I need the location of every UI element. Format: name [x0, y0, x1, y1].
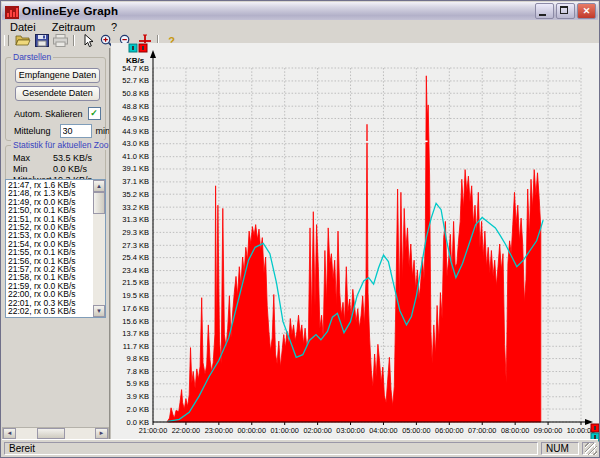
close-button[interactable]: ✕	[577, 3, 596, 19]
scroll-up-button[interactable]: ▲	[93, 180, 105, 192]
num-lock-indicator: NUM	[541, 442, 579, 455]
y-tick-label: 25.4 KB	[122, 253, 149, 262]
x-tick-label: 22:00:00	[172, 426, 200, 435]
scroll-down-button[interactable]: ▼	[93, 305, 105, 317]
x-tick-label: 02:00:00	[303, 426, 331, 435]
menu-datei[interactable]: Datei	[2, 21, 44, 33]
app-icon	[5, 5, 19, 18]
y-tick-label: 46.9 KB	[122, 114, 149, 123]
autoscale-row: Autom. Skalieren ✓	[14, 107, 104, 120]
floppy-disk-icon	[35, 34, 49, 47]
y-tick-label: 41.0 KB	[122, 152, 149, 161]
chart-panel: 0.0 KB2.0 KB3.9 KB5.9 KB7.8 KB9.8 KB11.7…	[111, 43, 600, 442]
title-bar[interactable]: OnlineEye Graph ✕	[2, 2, 598, 20]
y-tick-label: 52.7 KB	[122, 76, 149, 85]
y-tick-label: 19.5 KB	[122, 291, 149, 300]
averaging-label: Mittelung	[14, 126, 51, 136]
status-message: Bereit	[4, 442, 538, 455]
log-entry[interactable]: 22:02, rx 0.5 KB/s	[8, 307, 92, 315]
y-tick-label: 7.8 KB	[126, 367, 149, 376]
status-bar: Bereit NUM	[2, 439, 598, 456]
x-tick-label: 00:00:00	[238, 426, 266, 435]
received-data-area	[168, 76, 541, 422]
y-tick-label: 15.6 KB	[122, 317, 149, 326]
stat-value: 53.5 KB/s	[53, 153, 92, 163]
cursor-arrow-icon	[82, 34, 94, 48]
y-tick-label: 31.3 KB	[122, 215, 149, 224]
autoscale-checkbox[interactable]: ✓	[88, 107, 101, 120]
open-folder-icon	[15, 34, 31, 47]
select-cursor-button[interactable]	[78, 34, 97, 48]
traffic-log-list[interactable]: 21:47, rx 1.6 KB/s21:48, rx 1.3 KB/s21:4…	[5, 179, 106, 318]
y-tick-label: 43.0 KB	[122, 139, 149, 148]
stat-value: 0.0 KB/s	[53, 164, 87, 174]
x-tick-label: 07:00:00	[468, 426, 496, 435]
maximize-icon	[560, 6, 568, 14]
x-tick-label: 06:00:00	[435, 426, 463, 435]
y-axis-title: KB/s	[126, 56, 145, 65]
trace-break-mark	[425, 141, 428, 143]
open-file-button[interactable]	[13, 34, 32, 48]
y-tick-label: 39.1 KB	[122, 164, 149, 173]
y-tick-label: 2.0 KB	[126, 405, 149, 414]
x-tick-label: 08:00:00	[501, 426, 529, 435]
menu-bar: Datei Zeitraum ?	[2, 20, 598, 33]
list-scrollbar[interactable]: ▲ ▼	[93, 180, 105, 317]
hscroll-thumb[interactable]	[37, 428, 65, 439]
averaging-unit: min	[96, 126, 111, 136]
autoscale-label: Autom. Skalieren	[14, 109, 83, 119]
y-tick-label: 35.2 KB	[122, 190, 149, 199]
printer-icon	[53, 34, 68, 47]
averaging-input[interactable]	[60, 124, 92, 138]
resize-grip[interactable]	[585, 443, 597, 455]
x-tick-label: 04:00:00	[369, 426, 397, 435]
menu-zeitraum[interactable]: Zeitraum	[44, 21, 103, 33]
x-tick-label: 09:00:00	[534, 426, 562, 435]
stat-row-min: Min 0.0 KB/s	[13, 164, 103, 174]
y-tick-label: 9.8 KB	[126, 354, 149, 363]
sent-data-button[interactable]: Gesendete Daten	[15, 86, 100, 101]
stat-label: Max	[13, 153, 53, 163]
minimize-icon	[539, 14, 546, 16]
received-data-button[interactable]: Empfangene Daten	[15, 68, 100, 83]
app-window: OnlineEye Graph ✕ Datei Zeitraum ?	[0, 0, 600, 458]
print-button	[51, 34, 70, 48]
display-groupbox: Darstellen Empfangene Daten Gesendete Da…	[5, 57, 106, 141]
scroll-thumb[interactable]	[93, 192, 105, 214]
sidebar-panel: Darstellen Empfangene Daten Gesendete Da…	[2, 48, 109, 426]
menu-help[interactable]: ?	[103, 21, 125, 33]
averaging-row: Mittelung min	[14, 124, 108, 138]
display-group-title: Darstellen	[11, 52, 53, 62]
x-tick-label: 21:00:00	[139, 426, 167, 435]
x-tick-label: 05:00:00	[402, 426, 430, 435]
y-tick-label: 50.8 KB	[122, 89, 149, 98]
save-button[interactable]	[32, 34, 51, 48]
y-tick-label: 33.2 KB	[122, 203, 149, 212]
y-tick-label: 29.3 KB	[122, 228, 149, 237]
y-tick-label: 48.8 KB	[122, 102, 149, 111]
toolbar-separator	[73, 35, 75, 46]
y-tick-label: 21.5 KB	[122, 278, 149, 287]
y-tick-label: 27.3 KB	[122, 241, 149, 250]
scroll-right-button[interactable]: ►	[95, 428, 108, 439]
log-entries: 21:47, rx 1.6 KB/s21:48, rx 1.3 KB/s21:4…	[8, 181, 92, 316]
toolbar-grip[interactable]	[4, 35, 9, 46]
y-tick-label: 44.9 KB	[122, 127, 149, 136]
x-tick-label: 03:00:00	[336, 426, 364, 435]
window-title: OnlineEye Graph	[22, 5, 535, 17]
maximize-button[interactable]	[556, 3, 575, 19]
y-tick-label: 3.9 KB	[126, 392, 149, 401]
x-tick-label: 01:00:00	[270, 426, 298, 435]
minimize-button[interactable]	[535, 3, 554, 19]
y-tick-label: 37.1 KB	[122, 177, 149, 186]
trace-break-mark	[366, 141, 369, 143]
y-tick-label: 13.7 KB	[122, 329, 149, 338]
stat-label: Min	[13, 164, 53, 174]
y-tick-label: 11.7 KB	[123, 342, 149, 351]
window-controls: ✕	[535, 3, 596, 19]
scroll-left-button[interactable]: ◄	[3, 428, 16, 439]
stat-row-max: Max 53.5 KB/s	[13, 153, 103, 163]
y-tick-label: 5.9 KB	[126, 379, 149, 388]
traffic-chart[interactable]: 0.0 KB2.0 KB3.9 KB5.9 KB7.8 KB9.8 KB11.7…	[111, 43, 600, 442]
y-tick-label: 23.4 KB	[122, 266, 149, 275]
